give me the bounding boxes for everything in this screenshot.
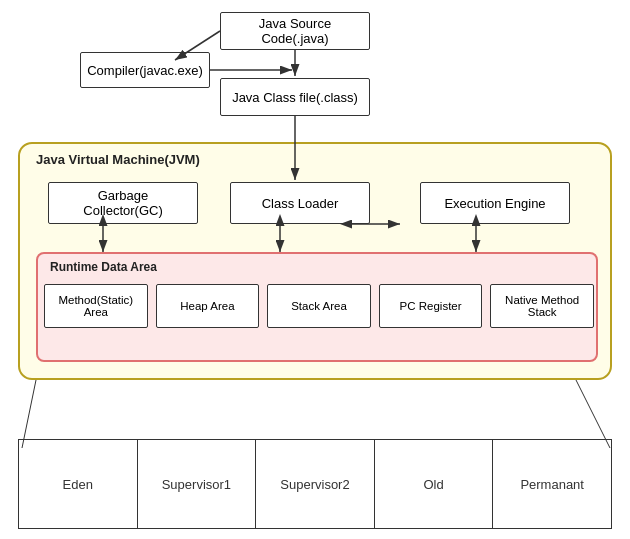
rda-container: Runtime Data Area Method(Static) Area He… xyxy=(36,252,598,362)
table-cell-supervisor1: Supervisor1 xyxy=(138,440,257,528)
java-source-label: Java Source Code(.java) xyxy=(231,16,359,46)
class-loader-box: Class Loader xyxy=(230,182,370,224)
class-loader-label: Class Loader xyxy=(262,196,339,211)
supervisor1-label: Supervisor1 xyxy=(162,477,231,492)
eden-label: Eden xyxy=(63,477,93,492)
rda-native-method-stack: Native Method Stack xyxy=(490,284,594,328)
compiler-box: Compiler(javac.exe) xyxy=(80,52,210,88)
jvm-label: Java Virtual Machine(JVM) xyxy=(36,152,200,167)
rda-boxes: Method(Static) Area Heap Area Stack Area… xyxy=(44,284,594,328)
rda-pc-register: PC Register xyxy=(379,284,483,328)
table-cell-eden: Eden xyxy=(19,440,138,528)
rda-stack-area: Stack Area xyxy=(267,284,371,328)
diagram-container: Java Source Code(.java) Compiler(javac.e… xyxy=(0,0,630,539)
table-cell-old: Old xyxy=(375,440,494,528)
rda-method-area: Method(Static) Area xyxy=(44,284,148,328)
gc-box: Garbage Collector(GC) xyxy=(48,182,198,224)
old-label: Old xyxy=(423,477,443,492)
jvm-container: Java Virtual Machine(JVM) Garbage Collec… xyxy=(18,142,612,380)
bottom-table-row: Eden Supervisor1 Supervisor2 Old Permana… xyxy=(19,440,611,528)
java-source-box: Java Source Code(.java) xyxy=(220,12,370,50)
table-cell-supervisor2: Supervisor2 xyxy=(256,440,375,528)
exec-engine-label: Execution Engine xyxy=(444,196,545,211)
bottom-table: Eden Supervisor1 Supervisor2 Old Permana… xyxy=(18,439,612,529)
compiler-label: Compiler(javac.exe) xyxy=(87,63,203,78)
rda-label: Runtime Data Area xyxy=(50,260,157,274)
java-class-box: Java Class file(.class) xyxy=(220,78,370,116)
rda-heap-area: Heap Area xyxy=(156,284,260,328)
supervisor2-label: Supervisor2 xyxy=(280,477,349,492)
table-cell-permanant: Permanant xyxy=(493,440,611,528)
line-rda-table-left xyxy=(22,380,36,448)
gc-label: Garbage Collector(GC) xyxy=(59,188,187,218)
java-class-label: Java Class file(.class) xyxy=(232,90,358,105)
permanant-label: Permanant xyxy=(520,477,584,492)
line-rda-table-right xyxy=(576,380,610,448)
exec-engine-box: Execution Engine xyxy=(420,182,570,224)
